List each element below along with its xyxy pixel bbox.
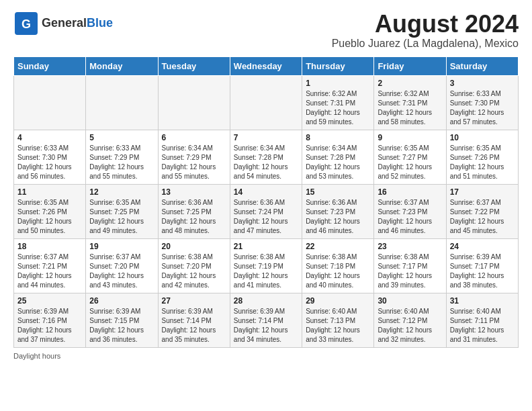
calendar-cell: 15Sunrise: 6:36 AM Sunset: 7:23 PM Dayli… bbox=[302, 184, 374, 238]
day-number: 14 bbox=[234, 187, 298, 197]
day-number: 22 bbox=[306, 242, 370, 251]
svg-text:G: G bbox=[21, 17, 31, 31]
day-info: Sunrise: 6:35 AM Sunset: 7:25 PM Dayligh… bbox=[89, 198, 154, 236]
day-number: 24 bbox=[450, 242, 515, 251]
day-number: 31 bbox=[450, 296, 515, 306]
day-number: 9 bbox=[378, 133, 442, 142]
calendar-cell: 25Sunrise: 6:39 AM Sunset: 7:16 PM Dayli… bbox=[14, 293, 86, 347]
page-title: August 2024 bbox=[332, 11, 519, 38]
col-header-tuesday: Tuesday bbox=[158, 56, 230, 75]
calendar-cell: 5Sunrise: 6:33 AM Sunset: 7:29 PM Daylig… bbox=[86, 130, 158, 184]
day-number: 23 bbox=[378, 242, 442, 251]
week-row-4: 18Sunrise: 6:37 AM Sunset: 7:21 PM Dayli… bbox=[14, 238, 519, 293]
day-info: Sunrise: 6:34 AM Sunset: 7:28 PM Dayligh… bbox=[234, 144, 298, 181]
day-number: 5 bbox=[89, 133, 154, 142]
calendar-cell: 9Sunrise: 6:35 AM Sunset: 7:27 PM Daylig… bbox=[374, 130, 446, 184]
footer-note: Daylight hours bbox=[13, 352, 519, 360]
page-subtitle: Pueblo Juarez (La Magdalena), Mexico bbox=[332, 38, 519, 50]
calendar-table: SundayMondayTuesdayWednesdayThursdayFrid… bbox=[13, 56, 519, 348]
day-info: Sunrise: 6:39 AM Sunset: 7:14 PM Dayligh… bbox=[234, 307, 298, 345]
day-info: Sunrise: 6:37 AM Sunset: 7:20 PM Dayligh… bbox=[89, 253, 154, 290]
calendar-cell: 7Sunrise: 6:34 AM Sunset: 7:28 PM Daylig… bbox=[230, 130, 302, 184]
day-info: Sunrise: 6:36 AM Sunset: 7:23 PM Dayligh… bbox=[306, 198, 370, 236]
calendar-cell bbox=[86, 75, 158, 130]
day-number: 18 bbox=[17, 242, 82, 251]
week-row-5: 25Sunrise: 6:39 AM Sunset: 7:16 PM Dayli… bbox=[14, 293, 519, 347]
day-number: 19 bbox=[89, 242, 154, 251]
day-info: Sunrise: 6:40 AM Sunset: 7:13 PM Dayligh… bbox=[306, 307, 370, 345]
calendar-cell: 23Sunrise: 6:38 AM Sunset: 7:17 PM Dayli… bbox=[374, 238, 446, 293]
day-info: Sunrise: 6:36 AM Sunset: 7:25 PM Dayligh… bbox=[162, 198, 226, 236]
header-row: SundayMondayTuesdayWednesdayThursdayFrid… bbox=[14, 56, 519, 75]
calendar-cell: 16Sunrise: 6:37 AM Sunset: 7:23 PM Dayli… bbox=[374, 184, 446, 238]
logo-text: GeneralBlue bbox=[42, 17, 113, 30]
day-info: Sunrise: 6:35 AM Sunset: 7:26 PM Dayligh… bbox=[17, 198, 82, 236]
logo-icon: G bbox=[13, 11, 39, 36]
calendar-cell: 1Sunrise: 6:32 AM Sunset: 7:31 PM Daylig… bbox=[302, 75, 374, 130]
week-row-2: 4Sunrise: 6:33 AM Sunset: 7:30 PM Daylig… bbox=[14, 130, 519, 184]
day-number: 3 bbox=[450, 79, 515, 88]
calendar-cell: 2Sunrise: 6:32 AM Sunset: 7:31 PM Daylig… bbox=[374, 75, 446, 130]
day-number: 8 bbox=[306, 133, 370, 142]
day-number: 29 bbox=[306, 296, 370, 306]
day-info: Sunrise: 6:40 AM Sunset: 7:11 PM Dayligh… bbox=[450, 307, 515, 345]
day-number: 20 bbox=[162, 242, 226, 251]
calendar-cell: 11Sunrise: 6:35 AM Sunset: 7:26 PM Dayli… bbox=[14, 184, 86, 238]
day-number: 10 bbox=[450, 133, 515, 142]
calendar-cell: 4Sunrise: 6:33 AM Sunset: 7:30 PM Daylig… bbox=[14, 130, 86, 184]
day-number: 4 bbox=[17, 133, 82, 142]
calendar-cell: 30Sunrise: 6:40 AM Sunset: 7:12 PM Dayli… bbox=[374, 293, 446, 347]
day-number: 12 bbox=[89, 187, 154, 197]
day-info: Sunrise: 6:34 AM Sunset: 7:29 PM Dayligh… bbox=[162, 144, 226, 181]
calendar-cell: 28Sunrise: 6:39 AM Sunset: 7:14 PM Dayli… bbox=[230, 293, 302, 347]
col-header-saturday: Saturday bbox=[446, 56, 518, 75]
day-number: 13 bbox=[162, 187, 226, 197]
day-info: Sunrise: 6:32 AM Sunset: 7:31 PM Dayligh… bbox=[378, 89, 442, 127]
logo: G GeneralBlue bbox=[13, 11, 113, 36]
day-info: Sunrise: 6:38 AM Sunset: 7:17 PM Dayligh… bbox=[378, 253, 442, 290]
day-info: Sunrise: 6:33 AM Sunset: 7:29 PM Dayligh… bbox=[89, 144, 154, 181]
day-info: Sunrise: 6:39 AM Sunset: 7:17 PM Dayligh… bbox=[450, 253, 515, 290]
calendar-cell: 21Sunrise: 6:38 AM Sunset: 7:19 PM Dayli… bbox=[230, 238, 302, 293]
calendar-cell: 12Sunrise: 6:35 AM Sunset: 7:25 PM Dayli… bbox=[86, 184, 158, 238]
calendar-cell: 19Sunrise: 6:37 AM Sunset: 7:20 PM Dayli… bbox=[86, 238, 158, 293]
day-info: Sunrise: 6:39 AM Sunset: 7:14 PM Dayligh… bbox=[162, 307, 226, 345]
day-info: Sunrise: 6:32 AM Sunset: 7:31 PM Dayligh… bbox=[306, 89, 370, 127]
day-info: Sunrise: 6:37 AM Sunset: 7:22 PM Dayligh… bbox=[450, 198, 515, 236]
day-info: Sunrise: 6:35 AM Sunset: 7:27 PM Dayligh… bbox=[378, 144, 442, 181]
title-block: August 2024 Pueblo Juarez (La Magdalena)… bbox=[332, 11, 519, 50]
col-header-friday: Friday bbox=[374, 56, 446, 75]
calendar-cell: 14Sunrise: 6:36 AM Sunset: 7:24 PM Dayli… bbox=[230, 184, 302, 238]
day-number: 25 bbox=[17, 296, 82, 306]
calendar-cell: 8Sunrise: 6:34 AM Sunset: 7:28 PM Daylig… bbox=[302, 130, 374, 184]
daylight-hours-label: Daylight hours bbox=[13, 352, 60, 360]
calendar-cell: 18Sunrise: 6:37 AM Sunset: 7:21 PM Dayli… bbox=[14, 238, 86, 293]
col-header-thursday: Thursday bbox=[302, 56, 374, 75]
week-row-3: 11Sunrise: 6:35 AM Sunset: 7:26 PM Dayli… bbox=[14, 184, 519, 238]
day-info: Sunrise: 6:39 AM Sunset: 7:16 PM Dayligh… bbox=[17, 307, 82, 345]
calendar-cell bbox=[158, 75, 230, 130]
day-number: 15 bbox=[306, 187, 370, 197]
day-number: 7 bbox=[234, 133, 298, 142]
day-number: 26 bbox=[89, 296, 154, 306]
col-header-monday: Monday bbox=[86, 56, 158, 75]
day-number: 2 bbox=[378, 79, 442, 88]
calendar-cell: 31Sunrise: 6:40 AM Sunset: 7:11 PM Dayli… bbox=[446, 293, 518, 347]
day-info: Sunrise: 6:37 AM Sunset: 7:23 PM Dayligh… bbox=[378, 198, 442, 236]
calendar-cell: 13Sunrise: 6:36 AM Sunset: 7:25 PM Dayli… bbox=[158, 184, 230, 238]
day-number: 1 bbox=[306, 79, 370, 88]
calendar-cell: 22Sunrise: 6:38 AM Sunset: 7:18 PM Dayli… bbox=[302, 238, 374, 293]
page: G GeneralBlue August 2024 Pueblo Juarez … bbox=[0, 0, 532, 371]
day-info: Sunrise: 6:38 AM Sunset: 7:20 PM Dayligh… bbox=[162, 253, 226, 290]
header: G GeneralBlue August 2024 Pueblo Juarez … bbox=[13, 11, 519, 50]
day-number: 11 bbox=[17, 187, 82, 197]
day-number: 6 bbox=[162, 133, 226, 142]
day-info: Sunrise: 6:34 AM Sunset: 7:28 PM Dayligh… bbox=[306, 144, 370, 181]
day-info: Sunrise: 6:38 AM Sunset: 7:18 PM Dayligh… bbox=[306, 253, 370, 290]
logo-general: General bbox=[42, 16, 87, 30]
day-number: 27 bbox=[162, 296, 226, 306]
day-info: Sunrise: 6:39 AM Sunset: 7:15 PM Dayligh… bbox=[89, 307, 154, 345]
day-info: Sunrise: 6:38 AM Sunset: 7:19 PM Dayligh… bbox=[234, 253, 298, 290]
calendar-cell: 29Sunrise: 6:40 AM Sunset: 7:13 PM Dayli… bbox=[302, 293, 374, 347]
calendar-cell: 17Sunrise: 6:37 AM Sunset: 7:22 PM Dayli… bbox=[446, 184, 518, 238]
